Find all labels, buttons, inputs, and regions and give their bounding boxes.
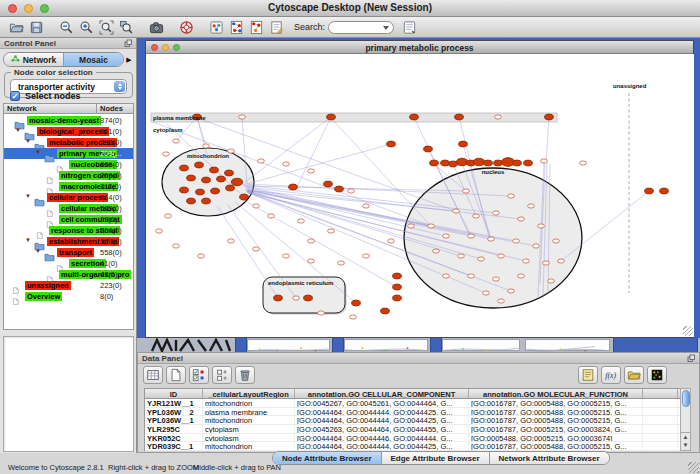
table-cell[interactable]: [GO:0005488, GO:0005215, GO:0003674]: [469, 434, 643, 442]
network-node-selected[interactable]: [225, 170, 234, 176]
network-node-selected[interactable]: [202, 198, 211, 204]
network-node-selected[interactable]: [304, 295, 313, 301]
network-node-unselected[interactable]: [283, 162, 290, 166]
network-node-unselected[interactable]: [253, 204, 260, 208]
network-canvas[interactable]: plasma membranecytoplasmmitochondrionnuc…: [147, 54, 694, 337]
network-node-selected[interactable]: [459, 141, 468, 147]
table-column-header[interactable]: ID: [145, 389, 203, 398]
float-panel-icon[interactable]: [124, 39, 133, 48]
window-titlebar[interactable]: Cytoscape Desktop (New Session): [0, 0, 700, 17]
network-node-unselected[interactable]: [498, 254, 505, 258]
zoom-fit-icon[interactable]: [96, 18, 116, 37]
network-node-unselected[interactable]: [308, 169, 315, 173]
network-node-unselected[interactable]: [518, 217, 525, 221]
network-node-unselected[interactable]: [258, 159, 265, 163]
network-node-unselected[interactable]: [543, 261, 550, 265]
tree-row[interactable]: mosaic-demo-yeast874(0): [4, 115, 133, 126]
network-node-unselected[interactable]: [318, 311, 325, 315]
tree-row[interactable]: ▼transport558(0): [4, 247, 133, 258]
network-node-unselected[interactable]: [363, 204, 370, 208]
window-resize-grip[interactable]: [683, 326, 693, 336]
edit-network-icon-1[interactable]: [226, 18, 246, 37]
table-cell[interactable]: [GO:0016787, GO:0005488, GO:0005215, G..…: [469, 442, 643, 450]
background-window-edge[interactable]: [332, 338, 344, 352]
background-window-sliver[interactable]: [344, 339, 428, 351]
open-session-icon[interactable]: [6, 18, 26, 37]
zoom-in-icon[interactable]: [76, 18, 96, 37]
table-cell[interactable]: [643, 416, 678, 424]
scrollbar-arrows-icon[interactable]: ▲▼: [681, 432, 690, 450]
network-node-selected[interactable]: [180, 187, 189, 193]
tree-row[interactable]: cellular metabo209(0): [4, 203, 133, 214]
network-node-unselected[interactable]: [268, 214, 275, 218]
table-row[interactable]: YPL036W__1mitochondrion[GO:0044464, GO:0…: [145, 416, 680, 425]
expand-triangle-icon[interactable]: ▼: [25, 138, 31, 144]
network-node-unselected[interactable]: [433, 249, 440, 253]
unselect-all-attributes-icon[interactable]: [212, 366, 232, 384]
network-node-selected[interactable]: [335, 186, 344, 192]
zoom-out-icon[interactable]: [56, 18, 76, 37]
table-cell[interactable]: [GO:0044464, GO:0044444, GO:0044425, G..…: [295, 442, 469, 450]
app-resize-grip[interactable]: [688, 462, 699, 473]
background-window-edge[interactable]: [613, 338, 698, 352]
background-window-thumbnail[interactable]: [150, 338, 233, 352]
network-node-unselected[interactable]: [443, 234, 450, 238]
tree-row[interactable]: unassigned223(0): [4, 280, 133, 291]
network-node-selected[interactable]: [210, 167, 219, 173]
network-node-selected[interactable]: [240, 194, 249, 200]
background-window-edge[interactable]: [235, 338, 247, 352]
network-node-unselected[interactable]: [298, 219, 305, 223]
network-node-selected[interactable]: [524, 160, 533, 166]
network-node-selected[interactable]: [455, 114, 464, 120]
table-cell[interactable]: [GO:0045263, GO:0044464, GO:0044455, G..…: [295, 425, 469, 433]
network-node-selected[interactable]: [289, 184, 298, 190]
tree-row-label[interactable]: unassigned: [25, 281, 71, 290]
vizmapper-icon[interactable]: [206, 18, 226, 37]
network-node-unselected[interactable]: [523, 259, 530, 263]
tree-row-label[interactable]: mosaic-demo-yeast: [27, 116, 101, 125]
network-node-unselected[interactable]: [513, 239, 520, 243]
network-node-unselected[interactable]: [553, 239, 560, 243]
network-node-unselected[interactable]: [173, 244, 180, 248]
tab-network[interactable]: Network: [4, 53, 64, 66]
tree-column-network[interactable]: Network: [4, 104, 97, 113]
network-node-unselected[interactable]: [488, 237, 495, 241]
tree-row[interactable]: ▼metabolic process280(0): [4, 137, 133, 148]
tree-row[interactable]: ▼biological_process651(0): [4, 126, 133, 137]
attribute-matrix-icon[interactable]: [647, 366, 667, 384]
network-node-unselected[interactable]: [533, 244, 540, 248]
zoom-selected-region-icon[interactable]: [116, 18, 136, 37]
table-cell[interactable]: [GO:0016787, GO:0005488, GO:0005215, G..…: [469, 399, 643, 407]
expand-triangle-icon[interactable]: ▼: [35, 248, 41, 254]
network-node-unselected[interactable]: [468, 234, 475, 238]
scrollbar-thumb[interactable]: [682, 390, 690, 407]
table-cell[interactable]: [643, 399, 678, 407]
table-cell[interactable]: [GO:0016787, GO:0005488, GO:0005215, G..…: [469, 408, 643, 416]
network-node-selected[interactable]: [202, 177, 211, 183]
network-node-selected[interactable]: [456, 158, 467, 166]
network-node-unselected[interactable]: [228, 239, 235, 243]
network-window[interactable]: primary metabolic process plasma membran…: [145, 40, 694, 338]
tree-row[interactable]: cell communicat22(0): [4, 214, 133, 225]
table-row[interactable]: YJR121W__1mitochondrion[GO:0045267, GO:0…: [145, 399, 680, 408]
network-node-unselected[interactable]: [428, 224, 435, 228]
network-node-unselected[interactable]: [538, 224, 545, 228]
network-node-selected[interactable]: [187, 198, 196, 204]
tree-row[interactable]: ▼establishment of lo558(0): [4, 236, 133, 247]
tree-row[interactable]: secretion41(0): [4, 258, 133, 269]
network-node-selected[interactable]: [494, 160, 503, 166]
tree-row-label[interactable]: biological_process: [37, 127, 109, 136]
edit-network-icon-2[interactable]: [246, 18, 266, 37]
table-cell[interactable]: cytoplasm: [203, 425, 295, 433]
import-attributes-icon[interactable]: [624, 366, 644, 384]
network-node-unselected[interactable]: [483, 291, 490, 295]
network-node-selected[interactable]: [393, 273, 402, 279]
network-node-unselected[interactable]: [558, 259, 565, 263]
network-node-unselected[interactable]: [443, 274, 450, 278]
network-node-unselected[interactable]: [453, 209, 460, 213]
table-column-header[interactable]: annotation.GO CELLULAR_COMPONENT: [295, 389, 469, 398]
search-box[interactable]: [328, 21, 394, 34]
tree-row[interactable]: response to stimul264(0): [4, 225, 133, 236]
network-node-selected[interactable]: [211, 188, 220, 194]
network-node-selected[interactable]: [180, 165, 189, 171]
